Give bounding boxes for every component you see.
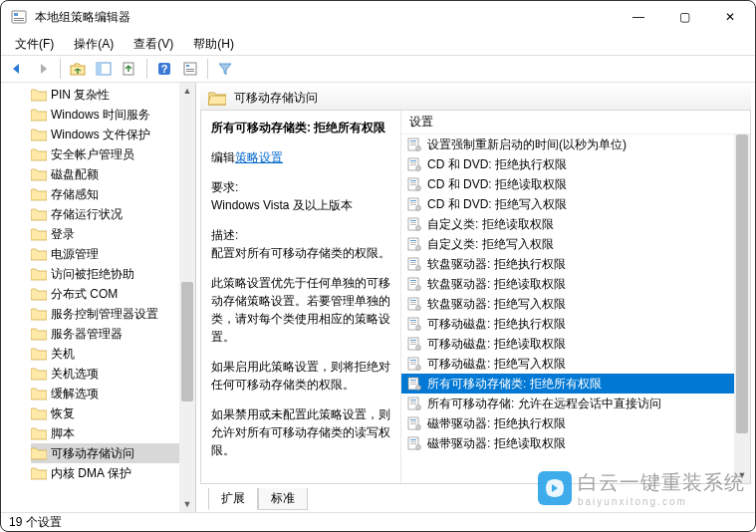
- tree-item-label: 登录: [51, 226, 75, 243]
- svg-rect-37: [410, 224, 416, 225]
- tree-item-label: 电源管理: [51, 246, 99, 263]
- setting-item-label: 软盘驱动器: 拒绝读取权限: [427, 276, 566, 293]
- svg-rect-35: [410, 220, 416, 221]
- tree-item[interactable]: 安全帐户管理员: [31, 144, 195, 164]
- svg-rect-47: [410, 264, 416, 265]
- svg-point-28: [416, 186, 421, 191]
- tree-item[interactable]: 磁盘配额: [31, 164, 195, 184]
- settings-scrollbar[interactable]: ▼: [734, 134, 750, 483]
- settings-list[interactable]: 设置强制重新启动的时间(以秒为单位)CD 和 DVD: 拒绝执行权限CD 和 D…: [401, 134, 734, 483]
- setting-item[interactable]: 可移动磁盘: 拒绝写入权限: [401, 354, 734, 374]
- svg-point-83: [416, 405, 421, 410]
- show-hide-tree-button[interactable]: [92, 57, 116, 81]
- tree-view[interactable]: PIN 复杂性Windows 时间服务Windows 文件保护安全帐户管理员磁盘…: [1, 83, 195, 485]
- svg-rect-40: [410, 240, 416, 241]
- setting-item[interactable]: 自定义类: 拒绝读取权限: [401, 214, 734, 234]
- maximize-button[interactable]: ▢: [661, 2, 707, 32]
- tree-item[interactable]: Windows 时间服务: [31, 105, 195, 125]
- up-button[interactable]: [66, 57, 90, 81]
- help-button[interactable]: ?: [152, 57, 176, 81]
- setting-item[interactable]: CD 和 DVD: 拒绝写入权限: [401, 194, 734, 214]
- setting-item[interactable]: 可移动磁盘: 拒绝执行权限: [401, 314, 734, 334]
- setting-item[interactable]: 可移动磁盘: 拒绝读取权限: [401, 334, 734, 354]
- tree-item[interactable]: 访问被拒绝协助: [31, 264, 195, 284]
- menu-action[interactable]: 操作(A): [66, 34, 122, 55]
- setting-item[interactable]: 所有可移动存储类: 拒绝所有权限: [401, 374, 734, 394]
- svg-rect-52: [410, 284, 416, 285]
- tree-item-label: 访问被拒绝协助: [51, 266, 134, 283]
- statusbar: 19 个设置: [1, 512, 755, 532]
- tree-item[interactable]: 电源管理: [31, 244, 195, 264]
- tab-standard[interactable]: 标准: [258, 488, 308, 510]
- setting-item[interactable]: 磁带驱动器: 拒绝执行权限: [401, 413, 734, 433]
- tree-item[interactable]: 服务器管理器: [31, 324, 195, 344]
- tree-item[interactable]: 脚本: [31, 423, 195, 443]
- minimize-button[interactable]: —: [616, 2, 661, 32]
- setting-item[interactable]: CD 和 DVD: 拒绝读取权限: [401, 174, 734, 194]
- tree-item-label: 可移动存储访问: [51, 445, 134, 462]
- setting-item[interactable]: 磁带驱动器: 拒绝读取权限: [401, 433, 734, 453]
- tree-item-label: 服务器管理器: [51, 326, 123, 343]
- svg-rect-0: [12, 11, 26, 23]
- close-button[interactable]: ✕: [707, 2, 753, 32]
- menu-help[interactable]: 帮助(H): [185, 34, 242, 55]
- menu-file[interactable]: 文件(F): [7, 34, 62, 55]
- edit-policy-link[interactable]: 策略设置: [235, 150, 283, 164]
- setting-item[interactable]: 软盘驱动器: 拒绝执行权限: [401, 254, 734, 274]
- settings-column-header[interactable]: 设置: [401, 111, 750, 134]
- properties-button[interactable]: [178, 57, 202, 81]
- svg-rect-26: [410, 182, 416, 183]
- tree-item[interactable]: 恢复: [31, 403, 195, 423]
- svg-point-58: [416, 306, 421, 311]
- tree-item[interactable]: 登录: [31, 224, 195, 244]
- menu-view[interactable]: 查看(V): [126, 34, 181, 55]
- tab-extended[interactable]: 扩展: [208, 488, 258, 510]
- tree-item[interactable]: 分布式 COM: [31, 284, 195, 304]
- description-para-3: 如果禁用或未配置此策略设置，则允许对所有可移动存储类的读写权限。: [211, 405, 390, 459]
- tree-scrollbar[interactable]: ▲ ▼: [179, 83, 195, 512]
- tree-item[interactable]: Windows 文件保护: [31, 125, 195, 144]
- tree-item[interactable]: 可移动存储访问: [31, 443, 195, 463]
- setting-item-label: 可移动磁盘: 拒绝执行权限: [427, 316, 566, 333]
- svg-rect-56: [410, 302, 416, 303]
- setting-item[interactable]: 软盘驱动器: 拒绝写入权限: [401, 294, 734, 314]
- svg-rect-31: [410, 202, 416, 203]
- setting-item-label: 可移动磁盘: 拒绝读取权限: [427, 336, 566, 353]
- tree-item[interactable]: 服务控制管理器设置: [31, 304, 195, 324]
- setting-item-label: CD 和 DVD: 拒绝执行权限: [427, 156, 567, 173]
- forward-button[interactable]: [31, 57, 55, 81]
- setting-item[interactable]: 自定义类: 拒绝写入权限: [401, 234, 734, 254]
- setting-item[interactable]: CD 和 DVD: 拒绝执行权限: [401, 154, 734, 174]
- tree-item-label: 存储运行状况: [51, 206, 123, 223]
- tree-item[interactable]: PIN 复杂性: [31, 85, 195, 105]
- filter-button[interactable]: [213, 57, 237, 81]
- tree-item[interactable]: 存储感知: [31, 184, 195, 204]
- svg-rect-75: [410, 380, 416, 381]
- svg-rect-16: [410, 142, 416, 143]
- setting-item[interactable]: 所有可移动存储: 允许在远程会话中直接访问: [401, 394, 734, 413]
- tree-item[interactable]: 存储运行状况: [31, 204, 195, 224]
- svg-rect-91: [410, 441, 416, 442]
- tree-item-label: 恢复: [51, 405, 75, 422]
- setting-item-label: CD 和 DVD: 拒绝读取权限: [427, 176, 567, 193]
- svg-rect-20: [410, 160, 416, 161]
- setting-item-label: 磁带驱动器: 拒绝读取权限: [427, 435, 566, 452]
- requirements-value: Windows Vista 及以上版本: [211, 196, 390, 214]
- svg-rect-25: [410, 180, 416, 181]
- tree-item-label: 安全帐户管理员: [51, 146, 134, 163]
- description-para-1: 此策略设置优先于任何单独的可移动存储策略设置。若要管理单独的类，请对每个类使用相…: [211, 274, 390, 346]
- svg-rect-66: [410, 342, 416, 343]
- back-button[interactable]: [5, 57, 29, 81]
- svg-rect-12: [186, 69, 194, 70]
- svg-rect-41: [410, 242, 416, 243]
- tree-item-label: 分布式 COM: [51, 286, 118, 303]
- tree-item[interactable]: 关机: [31, 344, 195, 364]
- setting-item[interactable]: 设置强制重新启动的时间(以秒为单位): [401, 134, 734, 154]
- tree-item-label: 脚本: [51, 425, 75, 442]
- tree-item[interactable]: 缓解选项: [31, 384, 195, 403]
- tree-item[interactable]: 关机选项: [31, 364, 195, 384]
- setting-item[interactable]: 软盘驱动器: 拒绝读取权限: [401, 274, 734, 294]
- tree-item[interactable]: 内核 DMA 保护: [31, 463, 195, 483]
- export-button[interactable]: [118, 57, 141, 81]
- svg-point-88: [416, 425, 421, 430]
